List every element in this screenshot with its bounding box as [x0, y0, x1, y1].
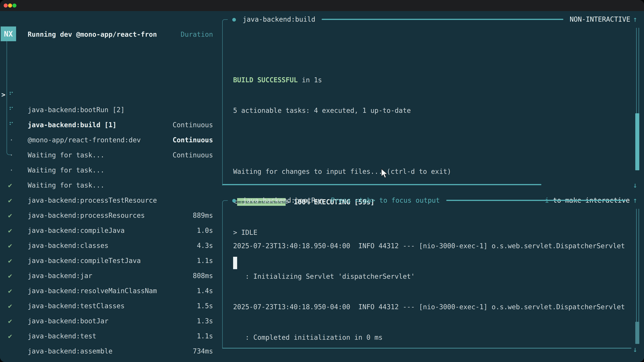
- scroll-down-icon[interactable]: ↓: [631, 342, 639, 357]
- completed-task-row[interactable]: ✔ java-backend:compileTestJava 808ms: [0, 223, 218, 238]
- completed-task-row[interactable]: ✔ java-backend:assemble 774ms: [0, 313, 218, 329]
- window-titlebar: [0, 0, 644, 11]
- tasks-summary-line: 5 actionable tasks: 4 executed, 1 up-to-…: [233, 103, 451, 118]
- bottom-panel-header[interactable]: ● java-backend:bootRun Press <tab> to fo…: [222, 193, 632, 208]
- build-status: BUILD SUCCESSFUL: [233, 76, 298, 84]
- task-row[interactable]: ⠋ @mono-app/react-frontend:dev Continuou…: [0, 87, 218, 102]
- task-bullet-icon: ●: [232, 12, 236, 27]
- active-task-list: ⠋ java-backend:bootRun [2] Continuous > …: [0, 57, 218, 147]
- bottom-scrollbar-thumb[interactable]: [635, 322, 639, 344]
- task-duration: 1.1s: [197, 329, 213, 344]
- header-rule: [446, 200, 626, 201]
- screenshot-stage: NX Running dev @mono-app/react-fron Dura…: [0, 0, 644, 362]
- task-duration: 774ms: [193, 359, 213, 362]
- completed-task-row[interactable]: ✔ java-backend:compileJava 4.3s: [0, 193, 218, 208]
- task-bullet-icon: ●: [232, 193, 236, 208]
- completed-task-row[interactable]: ✔ java-backend:classes 1.1s: [0, 208, 218, 223]
- scroll-down-icon[interactable]: ↓: [631, 178, 639, 193]
- sidebar-header: Running dev @mono-app/react-fron Duratio…: [0, 27, 218, 42]
- build-time: in 1s: [298, 76, 322, 84]
- completed-task-list: ✔ java-backend:processTestResource 889ms…: [0, 163, 218, 329]
- check-icon: ✔: [8, 329, 12, 344]
- waiting-line: Waiting for changes to input files... (c…: [233, 164, 451, 179]
- completed-task-row[interactable]: ✔ java-backend:processTestResource 889ms: [0, 163, 218, 178]
- task-row[interactable]: · Waiting for task...: [0, 132, 218, 147]
- build-result-line: BUILD SUCCESSFUL in 1s: [233, 72, 451, 87]
- completed-task-row[interactable]: ✔ java-backend:jar 1.4s: [0, 238, 218, 253]
- bottom-panel-output: 2025-07-23T13:40:18.950-04:00 INFO 44312…: [233, 223, 625, 362]
- completed-task-row[interactable]: ✔ java-backend:resolveMainClassNam 1.5s: [0, 253, 218, 268]
- completed-task-row[interactable]: ✔ java-backend:processResources 1.0s: [0, 178, 218, 193]
- log-line: 2025-07-23T13:40:18.950-04:00 INFO 44312…: [233, 299, 625, 314]
- nx-tui-screen: NX Running dev @mono-app/react-fron Dura…: [0, 11, 644, 362]
- bottom-scrollbar-track[interactable]: [636, 209, 639, 322]
- top-scrollbar-thumb[interactable]: [635, 113, 639, 170]
- terminal-window: NX Running dev @mono-app/react-fron Dura…: [0, 0, 644, 362]
- header-rule: [322, 19, 563, 20]
- sidebar-footer: ← 1/2 → quit: q help: ?: [0, 344, 218, 359]
- completed-task-row[interactable]: ✔ java-backend:bootJar 1.1s: [0, 283, 218, 298]
- log-line: : Completed initialization in 0 ms: [233, 330, 625, 345]
- completed-task-row[interactable]: ✔ java-backend:test 734ms: [0, 298, 218, 313]
- close-window-button[interactable]: [4, 3, 8, 7]
- duration-column-header: Duration: [180, 27, 213, 42]
- scroll-up-icon[interactable]: ↑: [631, 193, 639, 208]
- gradle-progress-line: <<<=========---> 80% EXECUTING [59s]: [233, 360, 625, 362]
- bottom-panel-title: java-backend:bootRun: [243, 193, 324, 208]
- interactive-hint: i to make interactive: [513, 178, 630, 193]
- scroll-up-icon[interactable]: ↑: [631, 12, 639, 27]
- top-panel-header[interactable]: ● java-backend:build NON-INTERACTIVE: [222, 12, 632, 27]
- task-row[interactable]: ⠋ java-backend:bootRun [2] Continuous: [0, 57, 218, 72]
- top-panel-title: java-backend:build: [243, 12, 315, 27]
- log-line: 2025-07-23T13:40:18.950-04:00 INFO 44312…: [233, 238, 625, 253]
- non-interactive-badge: NON-INTERACTIVE: [570, 12, 630, 27]
- minimize-window-button[interactable]: [8, 3, 12, 7]
- task-row[interactable]: > ⠋ java-backend:build [1] Continuous: [0, 72, 218, 87]
- bottom-panel-border: [222, 200, 228, 349]
- task-row[interactable]: · Waiting for task...: [0, 117, 218, 132]
- completed-task-row[interactable]: ✔ java-backend:testClasses 1.3s: [0, 268, 218, 283]
- blank-line: [233, 133, 451, 148]
- task-row[interactable]: · Waiting for task...: [0, 102, 218, 117]
- focus-output-hint: Press <tab> to focus output: [331, 193, 440, 208]
- mouse-cursor-icon: [381, 168, 388, 179]
- top-scrollbar-track[interactable]: [636, 28, 639, 114]
- log-line: : Initializing Servlet 'dispatcherServle…: [233, 269, 625, 284]
- zoom-window-button[interactable]: [12, 3, 16, 7]
- top-panel-border: [222, 19, 228, 186]
- page-indicator: ← 1/2 →: [9, 359, 37, 362]
- task-status: Continuous: [172, 147, 213, 163]
- sidebar-title: Running dev @mono-app/react-fron: [28, 27, 157, 42]
- panel-separator-rule: [222, 184, 541, 185]
